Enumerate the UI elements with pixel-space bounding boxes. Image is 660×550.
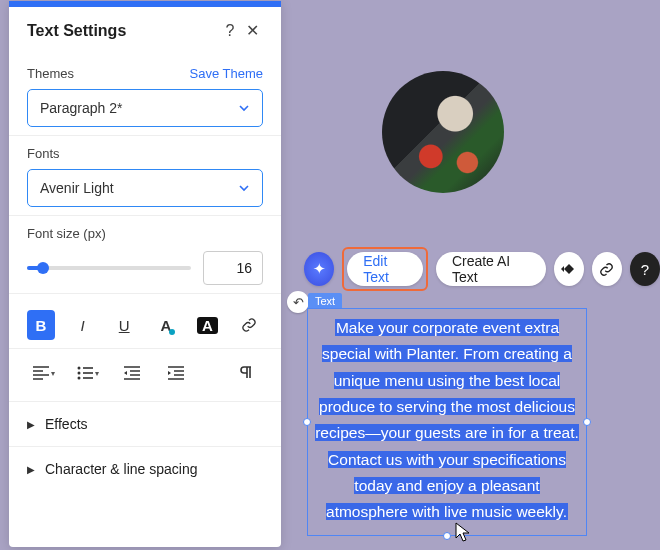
fonts-label: Fonts [27,146,263,161]
fonts-value: Avenir Light [40,180,114,196]
svg-point-0 [78,367,81,370]
edit-text-button[interactable]: Edit Text [347,252,423,286]
undo-button[interactable]: ↶ [287,291,309,313]
sparkle-icon: ✦ [313,260,326,278]
fonts-select[interactable]: Avenir Light [27,169,263,207]
animations-icon [561,261,577,277]
indent-decrease-button[interactable] [115,359,149,387]
text-content[interactable]: Make your corporate event extra special … [308,309,586,532]
text-direction-icon [238,365,254,381]
indent-increase-button[interactable] [159,359,193,387]
svg-point-2 [78,377,81,380]
fontsize-section: Font size (px) [9,215,281,293]
themes-label: Themes [27,66,190,81]
panel-header: Text Settings ? ✕ [9,7,281,56]
text-color-icon: A [160,317,171,334]
align-button[interactable]: ▾ [27,359,61,387]
text-element-frame[interactable]: Make your corporate event extra special … [307,308,587,536]
slider-thumb[interactable] [37,262,49,274]
highlight-button[interactable]: A [194,310,222,340]
text-color-button[interactable]: A [152,310,180,340]
effects-label: Effects [45,416,88,432]
element-toolbar: ✦ Edit Text Create AI Text ? [304,247,660,291]
char-spacing-row[interactable]: ▶ Character & line spacing [9,446,281,491]
themes-section: Themes Save Theme Paragraph 2* [9,56,281,135]
create-ai-text-button[interactable]: Create AI Text [436,252,546,286]
chevron-down-icon [238,102,250,114]
themes-select[interactable]: Paragraph 2* [27,89,263,127]
chevron-down-icon: ▾ [51,369,55,378]
highlight-icon: A [197,317,218,334]
effects-row[interactable]: ▶ Effects [9,401,281,446]
format-row-1: B I U A A [9,293,281,348]
undo-icon: ↶ [293,295,304,310]
animations-button[interactable] [554,252,584,286]
fontsize-slider[interactable] [27,266,191,270]
selected-text[interactable]: Make your corporate event extra special … [315,319,579,520]
question-icon: ? [641,261,649,278]
format-row-2: ▾ ▾ [9,348,281,401]
triangle-right-icon: ▶ [27,464,35,475]
resize-handle-bottom[interactable] [443,532,451,540]
link-circle-button[interactable] [592,252,622,286]
list-icon [77,366,93,380]
italic-button[interactable]: I [69,310,97,340]
close-button[interactable]: ✕ [241,21,263,40]
profile-image[interactable] [382,71,504,193]
chevron-down-icon: ▾ [95,369,99,378]
align-icon [33,366,49,380]
svg-point-1 [78,372,81,375]
text-direction-button[interactable] [229,359,263,387]
link-icon [241,317,257,333]
text-settings-panel: Text Settings ? ✕ Themes Save Theme Para… [9,1,281,547]
panel-title: Text Settings [27,22,219,40]
indent-decrease-icon [124,366,140,380]
fontsize-label: Font size (px) [27,226,263,241]
fontsize-input[interactable] [203,251,263,285]
bold-button[interactable]: B [27,310,55,340]
save-theme-link[interactable]: Save Theme [190,66,263,81]
resize-handle-left[interactable] [303,418,311,426]
link-icon [599,262,614,277]
char-spacing-label: Character & line spacing [45,461,198,477]
underline-button[interactable]: U [110,310,138,340]
resize-handle-right[interactable] [583,418,591,426]
fonts-section: Fonts Avenir Light [9,135,281,215]
ai-sparkle-button[interactable]: ✦ [304,252,334,286]
help-button[interactable]: ? [219,22,241,40]
link-button[interactable] [235,310,263,340]
themes-value: Paragraph 2* [40,100,123,116]
chevron-down-icon [238,182,250,194]
triangle-right-icon: ▶ [27,419,35,430]
list-button[interactable]: ▾ [71,359,105,387]
element-type-tag: Text [308,293,342,309]
help-circle-button[interactable]: ? [630,252,660,286]
indent-increase-icon [168,366,184,380]
edit-text-highlight: Edit Text [342,247,428,291]
